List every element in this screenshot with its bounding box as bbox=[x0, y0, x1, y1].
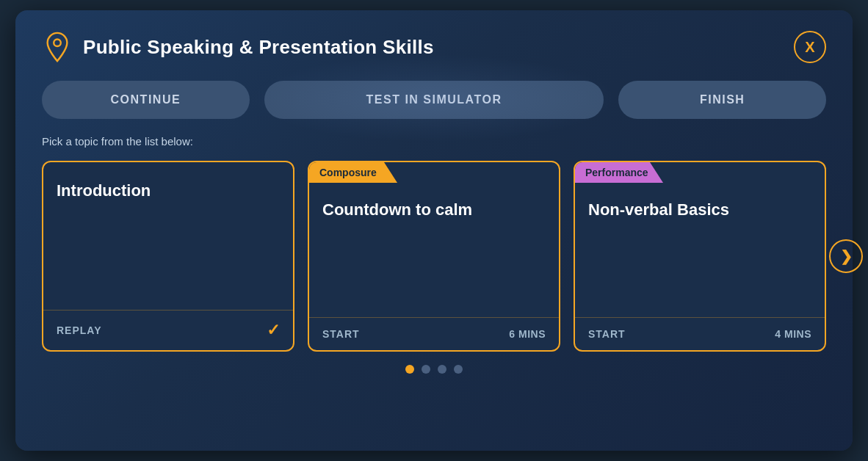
card-footer-introduction: REPLAY ✓ bbox=[43, 310, 293, 350]
card-footer-value-nonverbal: 4 MINS bbox=[775, 328, 811, 340]
card-nonverbal[interactable]: Performance Non-verbal Basics START 4 MI… bbox=[574, 161, 826, 352]
continue-button[interactable]: CONTINUE bbox=[42, 81, 250, 119]
card-countdown[interactable]: Composure Countdown to calm START 6 MINS bbox=[308, 161, 560, 352]
action-buttons: CONTINUE TEST IN SIMULATOR FINISH bbox=[42, 81, 826, 119]
card-footer-countdown: START 6 MINS bbox=[309, 317, 559, 350]
card-footer-label-countdown: START bbox=[322, 328, 360, 340]
card-footer-label-introduction: REPLAY bbox=[57, 324, 102, 336]
dot-3[interactable] bbox=[438, 365, 446, 374]
card-badge-performance: Performance bbox=[575, 162, 663, 183]
card-footer-nonverbal: START 4 MINS bbox=[575, 317, 825, 350]
card-introduction[interactable]: Introduction REPLAY ✓ bbox=[42, 161, 294, 352]
card-checkmark-introduction: ✓ bbox=[267, 321, 280, 340]
location-icon bbox=[42, 32, 73, 62]
card-title-introduction: Introduction bbox=[43, 162, 293, 200]
finish-button[interactable]: FINISH bbox=[618, 81, 826, 119]
modal-container: Public Speaking & Presentation Skills X … bbox=[15, 10, 853, 451]
card-badge-composure: Composure bbox=[309, 162, 397, 183]
svg-point-0 bbox=[54, 40, 61, 47]
next-button[interactable]: ❯ bbox=[829, 239, 863, 273]
pagination-dots bbox=[42, 365, 826, 374]
card-footer-value-countdown: 6 MINS bbox=[509, 328, 546, 340]
dot-1[interactable] bbox=[405, 365, 414, 374]
cards-area: Introduction REPLAY ✓ Composure Countdow… bbox=[42, 161, 826, 352]
simulator-button[interactable]: TEST IN SIMULATOR bbox=[264, 81, 604, 119]
header: Public Speaking & Presentation Skills X bbox=[42, 31, 826, 63]
subtitle: Pick a topic from the list below: bbox=[42, 135, 826, 148]
dot-4[interactable] bbox=[454, 365, 463, 374]
cards-list: Introduction REPLAY ✓ Composure Countdow… bbox=[42, 161, 826, 352]
dot-2[interactable] bbox=[422, 365, 430, 374]
card-footer-label-nonverbal: START bbox=[588, 328, 626, 340]
close-button[interactable]: X bbox=[794, 31, 826, 63]
page-title: Public Speaking & Presentation Skills bbox=[83, 36, 784, 59]
